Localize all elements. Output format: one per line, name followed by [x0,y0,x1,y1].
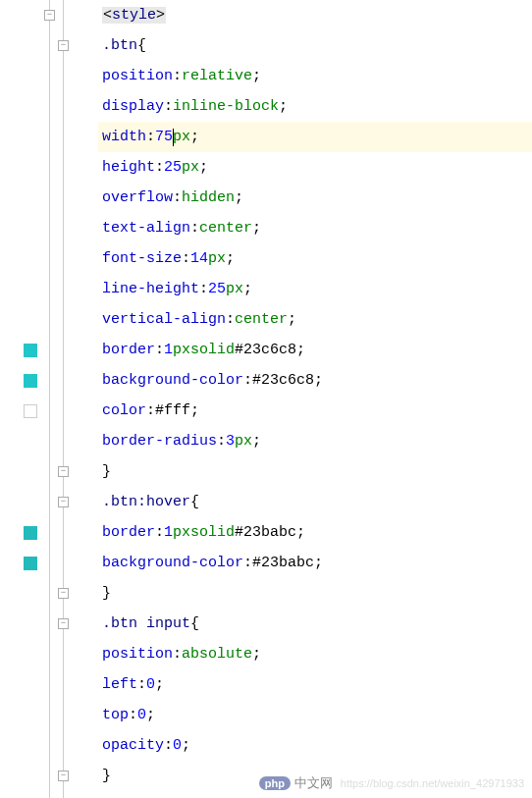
gutter-row [0,274,98,304]
code-line[interactable]: overflow: hidden; [102,183,532,213]
gutter-row [0,61,98,91]
fold-toggle-icon[interactable]: − [58,497,69,507]
gutter-row [0,730,98,761]
fold-toggle-icon[interactable]: − [58,40,69,51]
code-line[interactable]: .btn{ [102,30,532,61]
gutter-row [0,91,98,122]
gutter-row [0,122,98,152]
code-line[interactable]: </style> [102,791,532,798]
code-line[interactable]: color:#fff; [102,396,532,426]
fold-toggle-icon[interactable]: − [58,466,69,477]
fold-toggle-icon[interactable]: − [58,618,69,629]
code-line[interactable]: height: 25px; [102,152,532,183]
gutter-row: − [0,791,98,798]
color-swatch-icon [24,526,37,540]
gutter-row [0,548,98,578]
code-line[interactable]: vertical-align: center; [102,304,532,335]
watermark: 中文网 https://blog.csdn.net/weixin_4297193… [259,774,524,792]
fold-toggle-icon[interactable]: − [58,588,69,599]
code-line[interactable]: width: 75px; [102,122,532,152]
color-swatch-icon [24,557,37,570]
gutter-row [0,152,98,183]
gutter-row [0,639,98,669]
code-editor[interactable]: −−−−−−−− <style> .btn{ position: relativ… [0,0,532,798]
code-line[interactable]: .btn:hover{ [102,487,532,517]
gutter-row [0,304,98,335]
gutter-row: − [0,456,98,487]
code-line[interactable]: opacity: 0; [102,730,532,761]
code-line[interactable]: line-height: 25px; [102,274,532,304]
fold-toggle-icon[interactable]: − [44,10,55,21]
color-swatch-icon [24,344,37,357]
watermark-url: https://blog.csdn.net/weixin_42971933 [341,777,524,789]
code-area[interactable]: <style> .btn{ position: relative; displa… [98,0,532,798]
code-line[interactable]: border-radius: 3px; [102,426,532,456]
gutter-row: − [0,761,98,791]
color-swatch-icon [24,374,37,388]
code-line[interactable]: border: 1px solid #23babc; [102,517,532,548]
php-badge-icon [259,776,291,790]
code-line[interactable]: top: 0; [102,700,532,730]
gutter-row [0,700,98,730]
code-line[interactable]: font-size: 14px; [102,243,532,274]
code-line[interactable]: .btn input{ [102,609,532,639]
gutter: −−−−−−−− [0,0,98,798]
code-line[interactable]: background-color: #23babc; [102,548,532,578]
gutter-row [0,335,98,365]
code-line[interactable]: position: absolute; [102,639,532,669]
gutter-row [0,243,98,274]
gutter-row: − [0,30,98,61]
gutter-row: − [0,609,98,639]
code-line[interactable]: text-align: center; [102,213,532,243]
color-swatch-icon [24,404,37,418]
code-line[interactable]: } [102,456,532,487]
code-line[interactable]: border: 1px solid #23c6c8; [102,335,532,365]
code-line[interactable]: left: 0; [102,669,532,700]
gutter-row [0,213,98,243]
gutter-row: − [0,578,98,609]
code-line[interactable]: display: inline-block; [102,91,532,122]
watermark-cn: 中文网 [294,774,333,792]
code-line[interactable]: <style> [102,0,532,30]
code-line[interactable]: } [102,578,532,609]
gutter-row [0,517,98,548]
code-line[interactable]: background-color: #23c6c8; [102,365,532,396]
gutter-row [0,669,98,700]
gutter-row [0,183,98,213]
code-line[interactable]: position: relative; [102,61,532,91]
fold-toggle-icon[interactable]: − [58,771,69,781]
gutter-row [0,365,98,396]
gutter-row: − [0,487,98,517]
gutter-row: − [0,0,98,30]
gutter-row [0,396,98,426]
gutter-row [0,426,98,456]
